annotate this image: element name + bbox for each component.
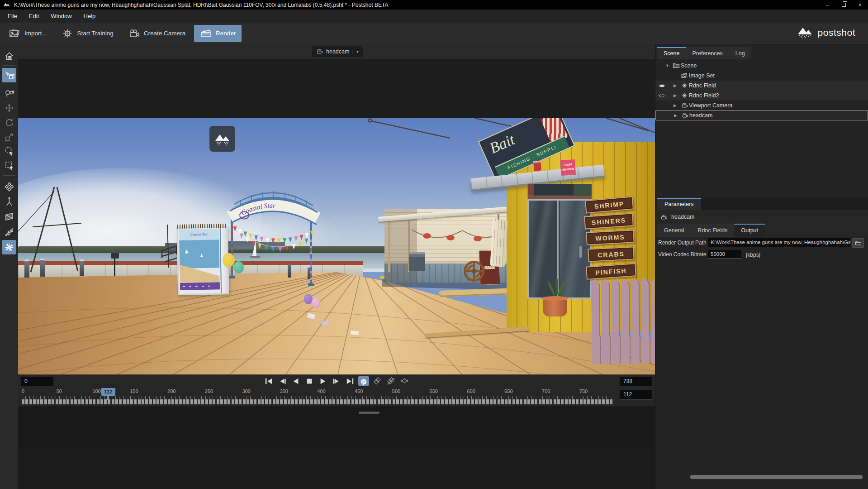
current-frame-marker[interactable]: 112 xyxy=(101,388,115,396)
tree-row-rdnc-field2[interactable]: ▶Rdnc Field2 xyxy=(655,91,868,101)
expand-icon[interactable]: ▶ xyxy=(674,113,677,118)
render-output-path-input[interactable]: K:\Work\These anime guns are my now, Hea… xyxy=(708,238,850,247)
create-camera-button[interactable]: Create Camera xyxy=(122,25,191,42)
box-select-icon[interactable] xyxy=(2,158,16,172)
tab-general[interactable]: General xyxy=(657,224,691,237)
scatter-points-icon[interactable] xyxy=(2,225,16,239)
panel-scrollbar[interactable] xyxy=(690,475,863,479)
window-title: K:\Work\These anime guns are my now, Hea… xyxy=(14,2,388,8)
lasso-select-icon[interactable] xyxy=(2,144,16,158)
expand-icon[interactable]: ▶ xyxy=(674,103,677,108)
end-frame-field[interactable]: 788 xyxy=(620,377,652,386)
sidebar-divider xyxy=(3,175,15,176)
start-training-button[interactable]: Start Training xyxy=(56,25,119,42)
movie-camera-icon xyxy=(128,28,140,39)
image-set-gizmo[interactable] xyxy=(209,126,235,152)
tree-row-label: Rdnc Field2 xyxy=(689,92,719,99)
diamond-grid-icon[interactable] xyxy=(2,180,16,193)
step-back-button[interactable] xyxy=(277,376,288,386)
video-codec-bitrate-input[interactable]: 50000 xyxy=(708,250,741,259)
render-output-path-label: Render Output Path xyxy=(658,240,707,246)
tripod-icon[interactable] xyxy=(2,195,16,208)
pennant-flag xyxy=(299,242,302,247)
pennant-flag xyxy=(265,245,268,250)
stop-button[interactable] xyxy=(304,376,315,386)
menu-help[interactable]: Help xyxy=(78,10,102,23)
menu-window[interactable]: Window xyxy=(45,10,77,23)
eye-open-icon[interactable] xyxy=(658,83,666,89)
tree-row-viewport-camera[interactable]: ▶Viewport Camera xyxy=(655,101,868,110)
tree-row-rdnc-field[interactable]: ▶Rdnc Field xyxy=(655,81,868,91)
tree-row-image-set[interactable]: Image Set xyxy=(655,71,868,81)
ruler-label-650: 650 xyxy=(504,388,512,394)
menu-file[interactable]: File xyxy=(2,10,23,23)
onion-skin-button[interactable] xyxy=(372,376,383,386)
start-frame-field[interactable]: 0 xyxy=(21,377,53,386)
collapse-icon[interactable]: ▼ xyxy=(665,63,669,68)
close-icon[interactable]: × xyxy=(852,0,868,10)
browse-output-path-button[interactable] xyxy=(852,238,864,248)
ruler-label-300: 300 xyxy=(242,388,251,394)
eye-hidden-icon[interactable] xyxy=(658,93,666,99)
tab-preferences[interactable]: Preferences xyxy=(686,47,729,59)
pennant-flag xyxy=(271,247,275,252)
tree-row-headcam[interactable]: ▶headcam xyxy=(655,110,868,120)
menu-edit[interactable]: Edit xyxy=(23,10,45,23)
splat-tool-icon[interactable] xyxy=(2,240,16,254)
maximize-icon[interactable] xyxy=(835,0,852,10)
postshot-mountains-icon xyxy=(3,2,10,8)
scale-tool-icon[interactable] xyxy=(2,130,16,144)
chevron-down-icon[interactable]: ▼ xyxy=(352,50,359,54)
postshot-mountains-icon xyxy=(797,26,813,39)
pennant-flag xyxy=(251,241,255,246)
play-reverse-button[interactable] xyxy=(290,376,301,386)
pennant-flag xyxy=(285,246,289,251)
balloon-yellow xyxy=(223,253,235,267)
tab-log[interactable]: Log xyxy=(729,47,751,59)
skip-end-button[interactable] xyxy=(345,376,356,386)
title-bar: K:\Work\These anime guns are my now, Hea… xyxy=(0,0,868,10)
postshot-logo: postshot xyxy=(797,26,855,39)
bait-sign-crabs: CRABS xyxy=(588,246,634,262)
first-person-view-icon[interactable] xyxy=(2,86,16,100)
video-codec-bitrate-label: Video Codec Bitrate xyxy=(658,251,707,258)
minimize-icon[interactable]: – xyxy=(819,0,835,10)
bait-sign-worms: WORMS xyxy=(586,230,634,245)
staff-wanted-sign: STAFF WANTED xyxy=(560,159,576,176)
movie-camera-icon xyxy=(681,112,688,119)
skip-start-button[interactable] xyxy=(263,376,274,386)
movie-camera-icon xyxy=(681,102,688,109)
onion-skin-off-button[interactable] xyxy=(385,376,396,386)
tree-row-scene[interactable]: ▼Scene xyxy=(655,61,868,71)
render-view[interactable]: Coastal Star xyxy=(18,118,655,388)
timeline-scrollbar[interactable] xyxy=(359,412,379,414)
training-gear-icon xyxy=(62,28,73,39)
expand-icon[interactable]: ▶ xyxy=(674,93,677,98)
ruler-label-250: 250 xyxy=(205,388,213,394)
step-forward-button[interactable] xyxy=(331,376,342,386)
bottom-strip xyxy=(18,407,655,448)
render-button[interactable]: Render xyxy=(194,25,242,42)
viewport: headcam ▼ xyxy=(18,44,655,448)
tab-rdnc-fields[interactable]: Rdnc Fields xyxy=(691,224,734,237)
import-button[interactable]: Import... xyxy=(3,25,53,42)
play-button[interactable] xyxy=(318,376,328,386)
crop-plane-icon[interactable] xyxy=(2,210,16,223)
onion-range-button[interactable] xyxy=(399,376,410,386)
parameters-object-name: headcam xyxy=(671,214,694,220)
expand-icon[interactable]: ▶ xyxy=(674,83,677,88)
camera-selector-label: headcam xyxy=(326,48,349,55)
current-frame-field[interactable]: 112 xyxy=(620,390,652,399)
pennant-flag xyxy=(278,247,282,252)
pennant-flag xyxy=(283,238,286,243)
loop-button[interactable] xyxy=(358,376,369,386)
rotate-tool-icon[interactable] xyxy=(2,115,16,129)
viewport-camera-selector[interactable]: headcam ▼ xyxy=(312,46,363,57)
tab-output[interactable]: Output xyxy=(734,224,765,237)
pennant-flag xyxy=(260,237,264,242)
home-icon[interactable] xyxy=(2,49,16,62)
place-images-icon[interactable] xyxy=(2,68,16,82)
move-tool-icon[interactable] xyxy=(2,101,16,115)
tab-parameters[interactable]: Parameters xyxy=(657,198,701,210)
tab-scene[interactable]: Scene xyxy=(657,47,686,59)
